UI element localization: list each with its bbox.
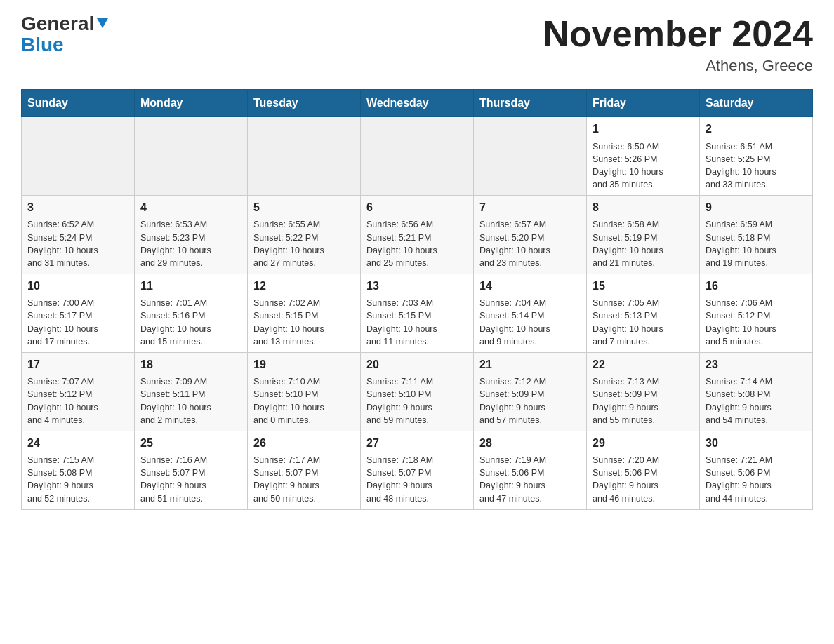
calendar-day-cell: 28Sunrise: 7:19 AMSunset: 5:06 PMDayligh… (474, 431, 587, 509)
day-info: Sunrise: 7:15 AMSunset: 5:08 PMDaylight:… (27, 454, 128, 505)
day-number: 14 (479, 279, 581, 294)
day-info: Sunrise: 7:00 AMSunset: 5:17 PMDaylight:… (27, 297, 128, 348)
calendar-day-cell: 21Sunrise: 7:12 AMSunset: 5:09 PMDayligh… (474, 352, 587, 431)
calendar-week-row: 1Sunrise: 6:50 AMSunset: 5:26 PMDaylight… (22, 117, 813, 196)
day-number: 15 (593, 279, 694, 294)
day-number: 29 (593, 436, 694, 451)
day-info: Sunrise: 6:58 AMSunset: 5:19 PMDaylight:… (593, 218, 694, 269)
day-number: 19 (253, 357, 355, 373)
calendar-week-row: 24Sunrise: 7:15 AMSunset: 5:08 PMDayligh… (22, 431, 813, 509)
calendar-week-row: 17Sunrise: 7:07 AMSunset: 5:12 PMDayligh… (22, 352, 813, 431)
calendar-day-cell (361, 117, 474, 196)
svg-marker-0 (97, 18, 108, 28)
calendar-day-cell: 7Sunrise: 6:57 AMSunset: 5:20 PMDaylight… (474, 196, 587, 274)
calendar-day-cell: 30Sunrise: 7:21 AMSunset: 5:06 PMDayligh… (700, 431, 813, 509)
calendar-day-cell (248, 117, 361, 196)
day-number: 26 (253, 436, 355, 451)
day-info: Sunrise: 6:57 AMSunset: 5:20 PMDaylight:… (479, 218, 581, 269)
calendar-day-cell: 25Sunrise: 7:16 AMSunset: 5:07 PMDayligh… (135, 431, 248, 509)
day-info: Sunrise: 7:17 AMSunset: 5:07 PMDaylight:… (253, 454, 355, 505)
day-info: Sunrise: 6:52 AMSunset: 5:24 PMDaylight:… (27, 218, 128, 269)
day-number: 13 (366, 279, 468, 294)
calendar-day-cell: 15Sunrise: 7:05 AMSunset: 5:13 PMDayligh… (587, 274, 700, 352)
day-number: 28 (479, 436, 581, 451)
calendar-day-cell: 1Sunrise: 6:50 AMSunset: 5:26 PMDaylight… (587, 117, 700, 196)
day-info: Sunrise: 7:20 AMSunset: 5:06 PMDaylight:… (593, 454, 694, 505)
day-info: Sunrise: 7:09 AMSunset: 5:11 PMDaylight:… (140, 375, 241, 427)
day-number: 9 (706, 200, 807, 215)
day-info: Sunrise: 7:16 AMSunset: 5:07 PMDaylight:… (140, 454, 241, 505)
calendar-day-cell: 4Sunrise: 6:53 AMSunset: 5:23 PMDaylight… (135, 196, 248, 274)
day-number: 23 (706, 357, 807, 373)
day-info: Sunrise: 7:11 AMSunset: 5:10 PMDaylight:… (366, 375, 468, 427)
calendar-day-cell: 3Sunrise: 6:52 AMSunset: 5:24 PMDaylight… (22, 196, 135, 274)
calendar-day-cell: 23Sunrise: 7:14 AMSunset: 5:08 PMDayligh… (700, 352, 813, 431)
calendar-header-row: Sunday Monday Tuesday Wednesday Thursday… (22, 90, 813, 117)
calendar-day-cell: 22Sunrise: 7:13 AMSunset: 5:09 PMDayligh… (587, 352, 700, 431)
calendar-week-row: 3Sunrise: 6:52 AMSunset: 5:24 PMDaylight… (22, 196, 813, 274)
logo: General Blue (21, 14, 110, 56)
day-number: 12 (253, 279, 355, 294)
day-number: 2 (706, 121, 807, 137)
day-info: Sunrise: 7:02 AMSunset: 5:15 PMDaylight:… (253, 297, 355, 348)
day-info: Sunrise: 6:56 AMSunset: 5:21 PMDaylight:… (366, 218, 468, 269)
calendar-day-cell: 13Sunrise: 7:03 AMSunset: 5:15 PMDayligh… (361, 274, 474, 352)
calendar-day-cell: 8Sunrise: 6:58 AMSunset: 5:19 PMDaylight… (587, 196, 700, 274)
day-info: Sunrise: 6:50 AMSunset: 5:26 PMDaylight:… (593, 140, 694, 192)
day-info: Sunrise: 7:19 AMSunset: 5:06 PMDaylight:… (479, 454, 581, 505)
day-number: 21 (479, 357, 581, 373)
calendar-table: Sunday Monday Tuesday Wednesday Thursday… (21, 89, 813, 509)
day-info: Sunrise: 7:21 AMSunset: 5:06 PMDaylight:… (706, 454, 807, 505)
calendar-week-row: 10Sunrise: 7:00 AMSunset: 5:17 PMDayligh… (22, 274, 813, 352)
day-info: Sunrise: 7:07 AMSunset: 5:12 PMDaylight:… (27, 375, 128, 427)
day-number: 5 (253, 200, 355, 215)
day-info: Sunrise: 7:01 AMSunset: 5:16 PMDaylight:… (140, 297, 241, 348)
day-number: 8 (593, 200, 694, 215)
day-number: 16 (706, 279, 807, 294)
calendar-day-cell: 2Sunrise: 6:51 AMSunset: 5:25 PMDaylight… (700, 117, 813, 196)
day-number: 3 (27, 200, 128, 215)
col-friday: Friday (587, 90, 700, 117)
calendar-day-cell: 10Sunrise: 7:00 AMSunset: 5:17 PMDayligh… (22, 274, 135, 352)
col-saturday: Saturday (700, 90, 813, 117)
day-number: 11 (140, 279, 241, 294)
day-number: 25 (140, 436, 241, 451)
title-block: November 2024 Athens, Greece (543, 14, 813, 75)
day-number: 4 (140, 200, 241, 215)
col-wednesday: Wednesday (361, 90, 474, 117)
logo-triangle-icon (95, 15, 110, 29)
day-info: Sunrise: 6:59 AMSunset: 5:18 PMDaylight:… (706, 218, 807, 269)
calendar-day-cell: 27Sunrise: 7:18 AMSunset: 5:07 PMDayligh… (361, 431, 474, 509)
day-info: Sunrise: 7:14 AMSunset: 5:08 PMDaylight:… (706, 375, 807, 427)
day-info: Sunrise: 7:05 AMSunset: 5:13 PMDaylight:… (593, 297, 694, 348)
day-info: Sunrise: 6:51 AMSunset: 5:25 PMDaylight:… (706, 140, 807, 192)
day-number: 18 (140, 357, 241, 373)
day-number: 6 (366, 200, 468, 215)
calendar-day-cell: 26Sunrise: 7:17 AMSunset: 5:07 PMDayligh… (248, 431, 361, 509)
calendar-day-cell: 29Sunrise: 7:20 AMSunset: 5:06 PMDayligh… (587, 431, 700, 509)
col-tuesday: Tuesday (248, 90, 361, 117)
calendar-day-cell: 9Sunrise: 6:59 AMSunset: 5:18 PMDaylight… (700, 196, 813, 274)
calendar-day-cell: 24Sunrise: 7:15 AMSunset: 5:08 PMDayligh… (22, 431, 135, 509)
day-info: Sunrise: 7:03 AMSunset: 5:15 PMDaylight:… (366, 297, 468, 348)
day-info: Sunrise: 7:18 AMSunset: 5:07 PMDaylight:… (366, 454, 468, 505)
col-sunday: Sunday (22, 90, 135, 117)
col-monday: Monday (135, 90, 248, 117)
day-number: 7 (479, 200, 581, 215)
day-number: 27 (366, 436, 468, 451)
day-info: Sunrise: 7:12 AMSunset: 5:09 PMDaylight:… (479, 375, 581, 427)
day-number: 1 (593, 121, 694, 137)
calendar-day-cell (474, 117, 587, 196)
day-number: 10 (27, 279, 128, 294)
logo-general: General (21, 14, 94, 34)
month-year-title: November 2024 (543, 14, 813, 54)
calendar-day-cell: 5Sunrise: 6:55 AMSunset: 5:22 PMDaylight… (248, 196, 361, 274)
calendar-day-cell: 14Sunrise: 7:04 AMSunset: 5:14 PMDayligh… (474, 274, 587, 352)
day-info: Sunrise: 6:55 AMSunset: 5:22 PMDaylight:… (253, 218, 355, 269)
col-thursday: Thursday (474, 90, 587, 117)
calendar-day-cell: 17Sunrise: 7:07 AMSunset: 5:12 PMDayligh… (22, 352, 135, 431)
day-number: 30 (706, 436, 807, 451)
day-info: Sunrise: 7:04 AMSunset: 5:14 PMDaylight:… (479, 297, 581, 348)
day-number: 22 (593, 357, 694, 373)
logo-blue: Blue (21, 34, 64, 56)
